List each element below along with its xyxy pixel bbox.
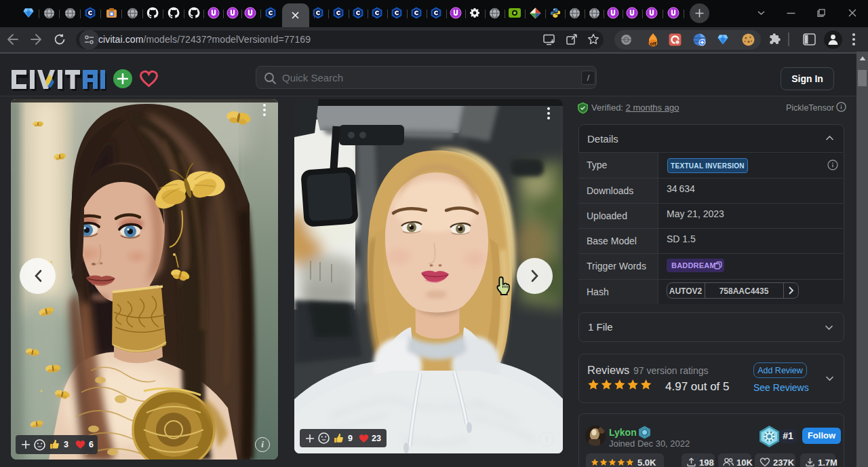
svg-text:off: off [650, 41, 656, 47]
